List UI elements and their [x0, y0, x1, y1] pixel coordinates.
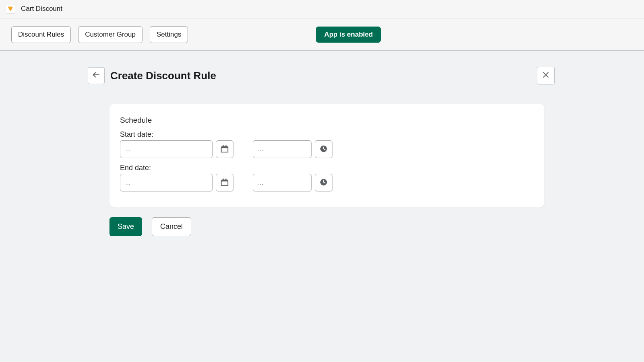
end-time-input[interactable] — [253, 174, 312, 191]
content-area: Create Discount Rule Schedule Start date… — [0, 51, 644, 362]
start-date-label: Start date: — [120, 130, 534, 139]
schedule-card: Schedule Start date: — [109, 104, 544, 208]
end-date-input[interactable] — [120, 174, 213, 191]
clock-icon — [319, 178, 328, 188]
close-button[interactable] — [537, 67, 555, 84]
calendar-icon — [220, 178, 229, 188]
footer-actions: Save Cancel — [109, 217, 555, 236]
start-time-picker-button[interactable] — [315, 140, 332, 158]
start-date-picker-button[interactable] — [216, 140, 233, 158]
start-time-input[interactable] — [253, 140, 312, 158]
nav-settings[interactable]: Settings — [150, 26, 188, 43]
svg-rect-7 — [225, 145, 226, 147]
end-date-label: End date: — [120, 164, 534, 172]
schedule-section-title: Schedule — [120, 116, 534, 125]
start-date-input[interactable] — [120, 140, 213, 158]
page-title: Create Discount Rule — [110, 70, 216, 82]
svg-rect-6 — [223, 145, 223, 147]
svg-rect-12 — [223, 178, 223, 180]
svg-rect-4 — [221, 148, 228, 152]
app-name: Cart Discount — [21, 5, 62, 13]
close-icon — [542, 71, 550, 80]
navbar: Discount Rules Customer Group Settings A… — [0, 19, 644, 51]
end-time-picker-button[interactable] — [315, 174, 332, 191]
clock-icon — [319, 144, 328, 154]
nav-discount-rules[interactable]: Discount Rules — [11, 26, 71, 43]
back-button[interactable] — [88, 67, 105, 84]
cancel-button[interactable]: Cancel — [152, 217, 191, 236]
svg-rect-10 — [221, 181, 228, 185]
arrow-left-icon — [92, 70, 101, 81]
nav-customer-group[interactable]: Customer Group — [78, 26, 142, 43]
end-date-picker-button[interactable] — [216, 174, 233, 191]
page-header: Create Discount Rule — [88, 67, 555, 84]
svg-rect-13 — [225, 178, 226, 180]
app-icon — [6, 4, 15, 14]
app-status-pill: App is enabled — [316, 27, 381, 43]
titlebar: Cart Discount — [0, 0, 644, 19]
calendar-icon — [220, 144, 229, 154]
save-button[interactable]: Save — [109, 217, 142, 236]
